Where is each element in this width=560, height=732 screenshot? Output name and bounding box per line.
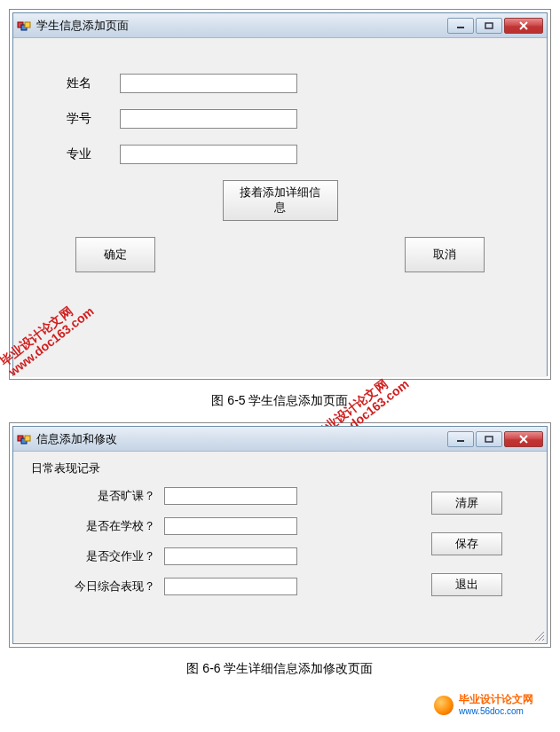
form-row-performance: 今日综合表现？ [31, 578, 431, 595]
titlebar[interactable]: 学生信息添加页面 [13, 13, 547, 38]
form-row-atschool: 是否在学校？ [31, 517, 431, 535]
form-row-homework: 是否交作业？ [31, 547, 431, 565]
save-button[interactable]: 保存 [431, 532, 502, 555]
client-area: 姓名 学号 专业 接着添加详细信息 确定 取消 毕业设计论文网www.doc16… [13, 38, 547, 377]
footer-brand: 毕业设计论文网 [459, 693, 533, 705]
minimize-icon [456, 22, 465, 29]
cancel-button[interactable]: 取消 [405, 237, 485, 272]
footer-logo-icon [434, 696, 454, 715]
maximize-icon [485, 22, 493, 29]
input-major[interactable] [120, 145, 297, 164]
close-button[interactable] [504, 431, 543, 447]
maximize-button[interactable] [476, 431, 502, 447]
app-icon [17, 432, 31, 446]
svg-rect-4 [485, 23, 493, 28]
window-title: 信息添加和修改 [36, 431, 447, 447]
resize-grip[interactable] [532, 629, 545, 641]
close-button[interactable] [504, 18, 543, 34]
clear-button[interactable]: 清屏 [431, 492, 502, 515]
form-left: 是否旷课？ 是否在学校？ 是否交作业？ 今日综合表现？ [31, 487, 431, 608]
label-major: 专业 [67, 146, 120, 162]
footer: 毕业设计论文网 www.56doc.com [9, 690, 551, 720]
form-row-id: 学号 [31, 109, 529, 129]
figure-caption-2: 图 6-6 学生详细信息添加修改页面 [9, 661, 551, 677]
window-controls [447, 431, 543, 447]
label-performance: 今日综合表现？ [31, 579, 164, 594]
window-info-edit: 信息添加和修改 日常表现记录 是否旷课？ [12, 426, 548, 644]
maximize-button[interactable] [476, 18, 502, 34]
label-atschool: 是否在学校？ [31, 518, 164, 534]
label-homework: 是否交作业？ [31, 548, 164, 564]
section-label: 日常表现记录 [31, 460, 529, 476]
footer-url: www.56doc.com [459, 706, 524, 716]
window-add-student: 学生信息添加页面 姓名 学号 [12, 12, 548, 376]
input-student-id[interactable] [120, 109, 297, 129]
minimize-icon [456, 436, 465, 443]
svg-rect-2 [25, 22, 30, 28]
input-name[interactable] [120, 74, 297, 93]
window-controls [447, 18, 543, 34]
minimize-button[interactable] [447, 431, 474, 447]
label-name: 姓名 [67, 75, 120, 91]
svg-rect-11 [485, 437, 493, 442]
screenshot-container-2: 信息添加和修改 日常表现记录 是否旷课？ [9, 422, 551, 648]
screenshot-container-1: 学生信息添加页面 姓名 学号 [9, 9, 551, 380]
window-title: 学生信息添加页面 [36, 18, 447, 34]
form-right: 清屏 保存 退出 [431, 487, 529, 608]
resize-grip-icon [532, 629, 545, 641]
input-atschool[interactable] [164, 517, 297, 535]
titlebar[interactable]: 信息添加和修改 [13, 427, 547, 452]
form-body: 是否旷课？ 是否在学校？ 是否交作业？ 今日综合表现？ [31, 487, 529, 608]
input-absent[interactable] [164, 487, 297, 505]
footer-text: 毕业设计论文网 www.56doc.com [459, 694, 533, 717]
form-row-absent: 是否旷课？ [31, 487, 431, 505]
close-icon [518, 435, 529, 444]
input-performance[interactable] [164, 578, 297, 595]
input-homework[interactable] [164, 547, 297, 565]
client-area: 日常表现记录 是否旷课？ 是否在学校？ 是否交作业？ [13, 452, 547, 643]
svg-rect-9 [25, 436, 30, 441]
figure-caption-1: 图 6-5 学生信息添加页面 [9, 393, 551, 409]
form-row-major: 专业 [31, 145, 529, 164]
minimize-button[interactable] [447, 18, 474, 34]
form-row-name: 姓名 [31, 74, 529, 93]
add-detail-button[interactable]: 接着添加详细信息 [223, 180, 338, 221]
exit-button[interactable]: 退出 [431, 573, 502, 596]
ok-button[interactable]: 确定 [75, 237, 155, 272]
watermark: 毕业设计论文网www.doc163.com [0, 294, 97, 379]
svg-line-16 [542, 639, 544, 641]
app-icon [17, 19, 31, 33]
maximize-icon [485, 436, 493, 443]
close-icon [518, 21, 529, 30]
label-absent: 是否旷课？ [31, 488, 164, 504]
button-row: 确定 取消 [31, 237, 529, 290]
label-student-id: 学号 [67, 111, 120, 127]
